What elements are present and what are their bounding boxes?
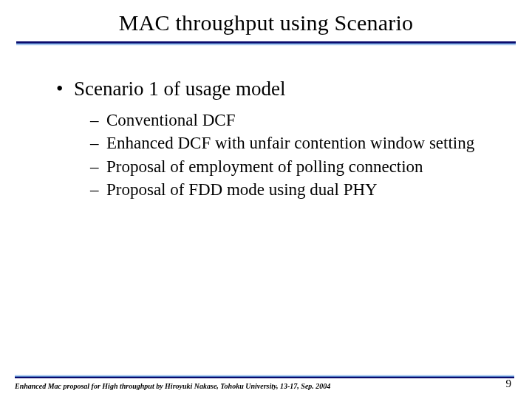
footer: Enhanced Mac proposal for High throughpu… bbox=[0, 378, 532, 390]
footer-text: Enhanced Mac proposal for High throughpu… bbox=[15, 382, 330, 390]
bullet-marker: – bbox=[90, 132, 106, 154]
bullet-marker: – bbox=[90, 156, 106, 177]
bullet-text: Conventional DCF bbox=[106, 109, 235, 131]
bullet-text: Enhanced DCF with unfair contention wind… bbox=[106, 132, 474, 154]
bullet-text: Scenario 1 of usage model bbox=[74, 77, 285, 102]
bullet-level2: – Enhanced DCF with unfair contention wi… bbox=[90, 132, 502, 154]
bullet-level1: • Scenario 1 of usage model bbox=[56, 77, 502, 102]
bullet-level2: – Proposal of employment of polling conn… bbox=[90, 156, 502, 177]
slide-title: MAC throughput using Scenario bbox=[0, 10, 532, 35]
bullet-text: Proposal of employment of polling connec… bbox=[106, 156, 423, 177]
page-number: 9 bbox=[506, 378, 512, 390]
bullet-marker: – bbox=[90, 109, 106, 131]
content-area: • Scenario 1 of usage model – Convention… bbox=[0, 46, 532, 201]
bullet-level2: – Proposal of FDD mode using dual PHY bbox=[90, 179, 502, 200]
bullet-marker: • bbox=[56, 77, 74, 102]
bullet-text: Proposal of FDD mode using dual PHY bbox=[106, 179, 378, 200]
bullet-marker: – bbox=[90, 179, 106, 200]
bullet-level2: – Conventional DCF bbox=[90, 109, 502, 131]
slide: MAC throughput using Scenario • Scenario… bbox=[0, 0, 532, 399]
title-area: MAC throughput using Scenario bbox=[0, 0, 532, 46]
